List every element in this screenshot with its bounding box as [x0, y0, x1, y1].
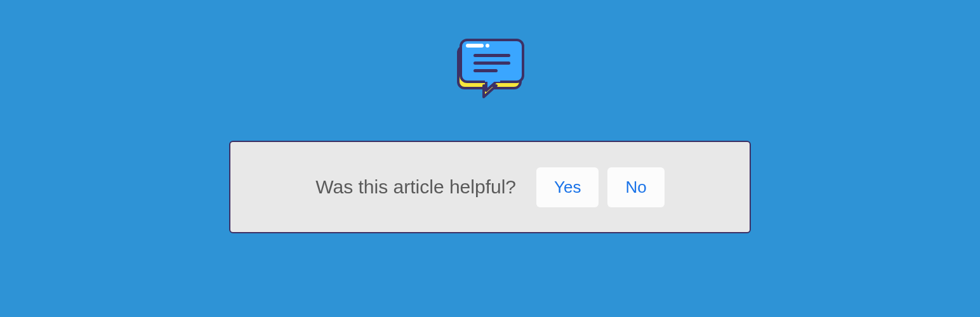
svg-rect-6	[473, 61, 510, 65]
feedback-question: Was this article helpful?	[315, 176, 516, 198]
yes-button[interactable]: Yes	[536, 167, 599, 207]
svg-rect-5	[473, 54, 510, 57]
feedback-buttons-group: Yes No	[536, 167, 665, 207]
chat-bubble-icon	[452, 35, 528, 106]
svg-point-4	[486, 44, 489, 48]
svg-rect-2	[485, 77, 500, 82]
svg-rect-7	[473, 69, 498, 72]
svg-rect-3	[466, 44, 484, 48]
no-button[interactable]: No	[607, 167, 664, 207]
feedback-panel: Was this article helpful? Yes No	[229, 141, 751, 233]
